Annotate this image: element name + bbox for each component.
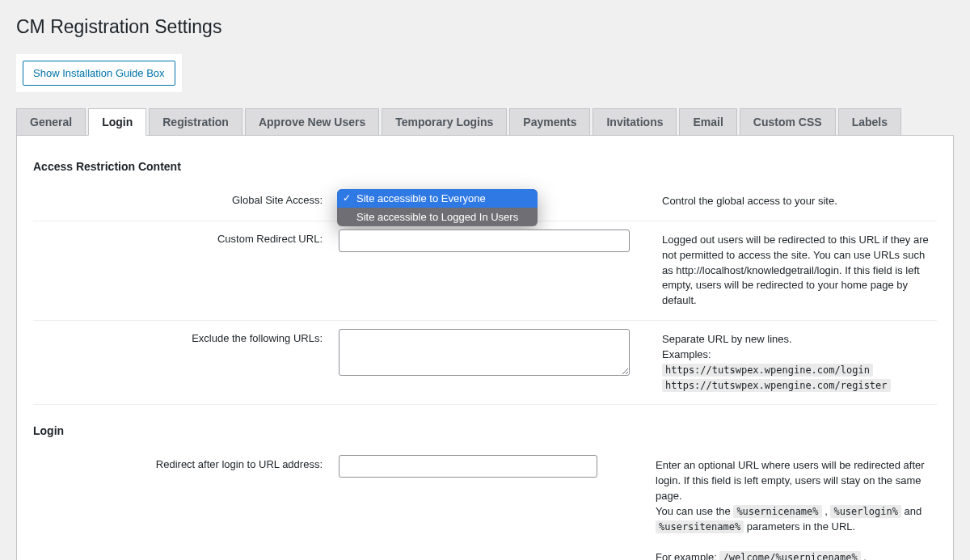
access-settings-table: Global Site Access: Site accessible to E… [33,183,937,405]
tab-general[interactable]: General [16,108,86,136]
code-userlogin: %userlogin% [830,505,900,518]
install-guide-box: Show Installation Guide Box [16,54,182,92]
example-url-1: https://tutswpex.wpengine.com/login [662,364,873,377]
login-settings-table: Redirect after login to URL address: Ent… [33,447,937,560]
tabs-nav: General Login Registration Approve New U… [16,108,954,136]
code-usersitename: %usersitename% [656,520,744,533]
example-url-2: https://tutswpex.wpengine.com/register [662,379,891,392]
tab-login[interactable]: Login [88,108,146,136]
tab-registration[interactable]: Registration [149,108,242,136]
desc-global-site-access: Control the global access to your site. [646,183,937,221]
section-heading-login: Login [33,424,937,437]
redirect-after-login-input[interactable] [339,455,597,478]
code-example-path: /welcome/%usernicename% [719,551,860,561]
page-title: CM Registration Settings [0,0,970,46]
code-usernicename: %usernicename% [733,505,821,518]
label-redirect-after-login: Redirect after login to URL address: [33,447,332,560]
tab-invitations[interactable]: Invitations [593,108,677,136]
tab-email[interactable]: Email [679,108,736,136]
desc-redirect-after-login: Enter an optional URL where users will b… [639,447,937,560]
label-global-site-access: Global Site Access: [33,183,332,221]
show-installation-guide-button[interactable]: Show Installation Guide Box [23,61,175,86]
label-exclude-urls: Exclude the following URLs: [33,321,332,405]
custom-redirect-url-input[interactable] [339,229,630,252]
tab-payments[interactable]: Payments [509,108,590,136]
dropdown-option-everyone[interactable]: Site accessible to Everyone [337,189,538,208]
tab-labels[interactable]: Labels [838,108,901,136]
section-heading-access: Access Restriction Content [33,160,937,173]
desc-custom-redirect-url: Logged out users will be redirected to t… [646,221,937,320]
exclude-urls-textarea[interactable] [339,329,630,376]
tab-temporary-logins[interactable]: Temporary Logins [382,108,507,136]
desc-exclude-urls: Separate URL by new lines. Examples: htt… [646,321,937,405]
tab-custom-css[interactable]: Custom CSS [740,108,836,136]
label-custom-redirect-url: Custom Redirect URL: [33,221,332,320]
settings-panel: Access Restriction Content Global Site A… [16,135,954,560]
tab-approve-new-users[interactable]: Approve New Users [245,108,379,136]
